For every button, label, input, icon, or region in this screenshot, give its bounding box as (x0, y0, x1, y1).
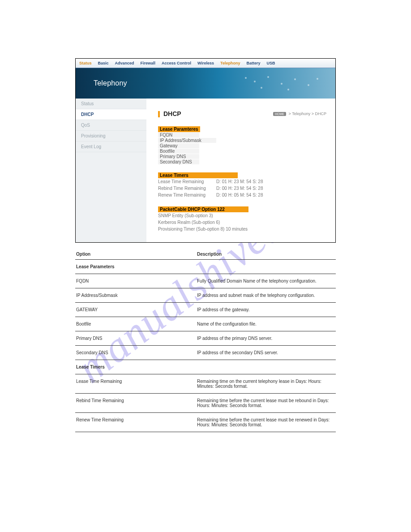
lease-parameters-header: Lease Paramteres (158, 126, 200, 132)
nav-access[interactable]: Access Control (162, 61, 191, 65)
hero-title: Telephony (76, 79, 127, 87)
param-ip: IP Address/Submask (158, 138, 216, 143)
nav-status[interactable]: Status (79, 61, 92, 65)
defs-row-sdns: Secondary DNSIP address of the secondary… (75, 346, 336, 360)
lease-timers-header: Lease Timers (158, 172, 238, 178)
svg-point-8 (287, 89, 289, 90)
sidebar-item-qos[interactable]: QoS (76, 120, 146, 131)
timer-lease: Lease Time Remaining D: 01 H: 23 M: 54 S… (158, 178, 326, 185)
nav-battery[interactable]: Battery (246, 61, 260, 65)
defs-row-ip: IP Address/SubmaskIP address and subnet … (75, 288, 336, 303)
timer-rebind: Rebind Time Remaining D: 00 H: 23 M: 54 … (158, 185, 326, 192)
pc-snmp: SNMP Entity (Sub-option 3) (158, 212, 326, 219)
breadcrumb-home[interactable]: HOME (273, 112, 286, 116)
timer-renew: Renew Time Remaining D: 00 H: 05 M: 54 S… (158, 192, 326, 198)
lease-timers-section: Lease Timers Lease Time Remaining D: 01 … (158, 172, 326, 198)
sidebar-item-eventlog[interactable]: Event Log (76, 142, 146, 152)
svg-point-4 (294, 78, 296, 80)
pc-provtimer: Provisioning Timer (Sub-option 8) 10 min… (158, 226, 326, 232)
defs-col-option: Option (75, 250, 196, 260)
page-title: DHCP (158, 110, 181, 117)
param-fqdn: FQDN (158, 133, 199, 137)
svg-point-1 (254, 81, 256, 82)
packetcable-header: PacketCable DHCP Option 122 (158, 206, 248, 212)
svg-point-0 (245, 77, 247, 79)
hero-banner: Telephony (76, 68, 335, 99)
content-pane: DHCP HOME > Telephony > DHCP Lease Param… (146, 99, 335, 242)
defs-col-desc: Description (196, 250, 336, 260)
defs-row-pdns: Primary DNSIP address of the primary DNS… (75, 331, 336, 346)
defs-row-boot: BootfileName of the configuration file. (75, 317, 336, 331)
definitions-table: Option Description Lease Parameters FQDN… (75, 250, 336, 432)
nav-advanced[interactable]: Advanced (115, 61, 134, 65)
svg-point-5 (308, 84, 309, 86)
svg-point-2 (267, 76, 269, 78)
svg-point-3 (281, 83, 283, 85)
nav-basic[interactable]: Basic (98, 61, 109, 65)
nav-telephony[interactable]: Telephony (220, 61, 240, 65)
sidebar-item-status[interactable]: Status (76, 99, 146, 109)
param-bootfile: Bootfile (158, 149, 199, 154)
nav-wireless[interactable]: Wireless (197, 61, 214, 65)
lease-parameters-section: Lease Paramteres FQDN IP Address/Submask… (158, 126, 326, 164)
defs-row-renew: Renew Time RemainingRemaining time befor… (75, 413, 336, 432)
defs-row-rebind: Rebind Time RemainingRemaining time befo… (75, 394, 336, 413)
sidebar-item-dhcp[interactable]: DHCP (76, 109, 146, 120)
defs-section-lease-params: Lease Parameters (75, 260, 336, 274)
breadcrumb-dhcp: DHCP (315, 112, 326, 116)
svg-point-7 (261, 87, 262, 89)
breadcrumb-telephony[interactable]: Telephony (292, 112, 310, 116)
defs-row-gw: GATEWAYIP address of the gateway. (75, 303, 336, 317)
defs-section-lease-timers: Lease Timers (75, 360, 336, 374)
sidebar: Status DHCP QoS Provisioning Event Log (76, 99, 146, 242)
nav-usb[interactable]: USB (266, 61, 275, 65)
defs-row-lease: Lease Time RemainingRemaining time on th… (75, 374, 336, 394)
param-gateway: Gateway (158, 143, 199, 148)
svg-point-6 (317, 78, 318, 80)
document-page: Status Basic Advanced Firewall Access Co… (0, 0, 411, 432)
top-nav: Status Basic Advanced Firewall Access Co… (76, 59, 335, 68)
breadcrumb: HOME > Telephony > DHCP (273, 112, 326, 116)
param-sdns: Secondary DNS (158, 159, 199, 164)
defs-row-fqdn: FQDNFully Qualified Domain Name of the t… (75, 274, 336, 288)
sidebar-item-provisioning[interactable]: Provisioning (76, 131, 146, 142)
pc-kerberos: Kerberos Realm (Sub-option 6) (158, 219, 326, 226)
screenshot-frame: Status Basic Advanced Firewall Access Co… (75, 58, 336, 243)
packetcable-section: PacketCable DHCP Option 122 SNMP Entity … (158, 206, 326, 232)
nav-firewall[interactable]: Firewall (141, 61, 156, 65)
world-map-icon (237, 73, 326, 94)
param-pdns: Primary DNS (158, 154, 199, 159)
